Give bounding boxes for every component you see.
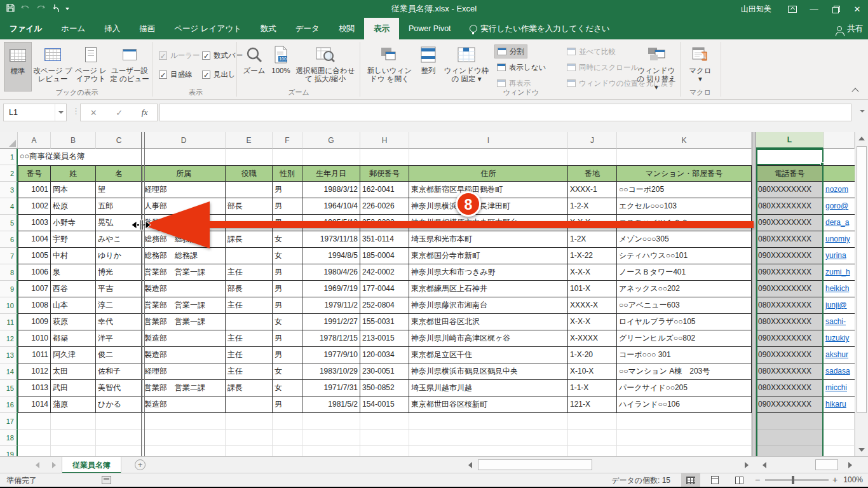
cell[interactable]: 252-0804 — [360, 297, 409, 314]
cell[interactable]: ○○マンション A棟 203号 — [617, 363, 752, 380]
row-header-14[interactable]: 14 — [0, 363, 18, 380]
cell[interactable]: 1006 — [18, 264, 51, 281]
cell[interactable] — [226, 182, 273, 198]
header-cell[interactable]: 役職 — [226, 165, 273, 182]
cell[interactable]: 男 — [273, 396, 302, 413]
cell[interactable] — [273, 413, 302, 430]
ribbon-tab-6[interactable]: データ — [286, 18, 329, 39]
cell[interactable]: 東京都足立区千住 — [409, 347, 568, 363]
split-bar[interactable] — [752, 132, 756, 456]
cell[interactable]: 美智代 — [96, 380, 142, 396]
email-cell[interactable]: sadasa — [824, 363, 855, 380]
phone-cell[interactable] — [756, 413, 824, 430]
scroll-left-icon[interactable] — [465, 460, 475, 470]
checkbox-icon[interactable]: ✓ — [202, 51, 210, 60]
row-header-9[interactable]: 9 — [0, 281, 18, 297]
new-sheet-icon[interactable]: + — [135, 459, 146, 470]
sheet-nav-right-icon[interactable] — [50, 461, 58, 470]
cell[interactable]: 洋平 — [96, 330, 142, 347]
row-header-4[interactable]: 4 — [0, 198, 18, 215]
ribbon-tab-0[interactable]: ファイル — [0, 18, 51, 39]
cell[interactable]: 部長 — [226, 281, 273, 297]
cell[interactable] — [96, 413, 142, 430]
ribbon-tab-4[interactable]: ページ レイアウト — [165, 18, 251, 39]
cell[interactable] — [568, 149, 617, 165]
cell[interactable]: 男 — [273, 264, 302, 281]
cell[interactable]: 1994/8/5 — [302, 248, 360, 264]
cell[interactable]: 男 — [273, 182, 302, 198]
cell[interactable]: 1983/10/29 — [302, 363, 360, 380]
horizontal-scroll-thumb[interactable] — [815, 459, 838, 470]
cell[interactable] — [824, 413, 855, 430]
cell[interactable]: グリーンヒルズ○○802 — [617, 330, 752, 347]
cell[interactable]: 製造部 — [142, 347, 226, 363]
cell[interactable] — [273, 430, 302, 446]
cell[interactable] — [142, 430, 226, 446]
cell[interactable]: 製造部 — [142, 396, 226, 413]
cell[interactable]: X-X-X — [568, 264, 617, 281]
save-icon[interactable] — [6, 4, 15, 14]
cell[interactable]: 主任 — [226, 363, 273, 380]
cell[interactable] — [96, 430, 142, 446]
row-header-10[interactable]: 10 — [0, 297, 18, 314]
normal-view-button[interactable]: 標準 — [4, 42, 32, 92]
cell[interactable] — [360, 430, 409, 446]
cell[interactable]: 製造部 — [142, 281, 226, 297]
phone-cell[interactable]: 080XXXXXXXX — [756, 380, 824, 396]
row-header-16[interactable]: 16 — [0, 396, 18, 413]
arrange-all-button[interactable]: 整列 — [414, 42, 442, 92]
phone-cell[interactable]: 080XXXXXXXX — [756, 297, 824, 314]
cell[interactable]: 1-1-X — [568, 380, 617, 396]
ribbon-tab-5[interactable]: 数式 — [251, 18, 286, 39]
cell[interactable]: ○○アベニュー603 — [617, 297, 752, 314]
cell[interactable] — [273, 149, 302, 165]
cell[interactable]: 主任 — [226, 264, 273, 281]
cell[interactable]: 1988/3/12 — [302, 182, 360, 198]
qat-customize-icon[interactable] — [65, 8, 69, 10]
phone-cell[interactable]: 080XXXXXXXX — [756, 182, 824, 198]
cell[interactable]: 東京都世田谷区桜新町 — [409, 396, 568, 413]
cell[interactable]: 1977/9/10 — [302, 347, 360, 363]
cell[interactable]: 営業部 営業二課 — [142, 380, 226, 396]
cell[interactable] — [302, 149, 360, 165]
cell[interactable] — [51, 430, 96, 446]
tell-me-box[interactable]: 実行したい作業を入力してください — [461, 18, 619, 39]
header-cell-phone[interactable]: 電話番号 — [756, 165, 824, 182]
row-header-5[interactable]: 5 — [0, 215, 18, 231]
header-cell[interactable]: 所属 — [142, 165, 226, 182]
cell[interactable]: 幸代 — [96, 314, 142, 330]
cell[interactable] — [824, 446, 855, 456]
row-header-18[interactable]: 18 — [0, 430, 18, 446]
row-header-12[interactable]: 12 — [0, 330, 18, 347]
cell[interactable]: ノースＢタワー401 — [617, 264, 752, 281]
select-all-corner[interactable] — [0, 132, 18, 149]
cell[interactable]: 山本 — [51, 297, 96, 314]
row-header-15[interactable]: 15 — [0, 380, 18, 396]
cell[interactable]: 185-0004 — [360, 248, 409, 264]
cell[interactable]: 1009 — [18, 314, 51, 330]
cell[interactable] — [302, 430, 360, 446]
column-header-D[interactable]: D — [142, 132, 226, 149]
column-header-B[interactable]: B — [51, 132, 96, 149]
column-header-F[interactable]: F — [273, 132, 302, 149]
page-layout-view-button[interactable]: ページ レイアウト — [74, 42, 108, 92]
ribbon-tab-3[interactable]: 描画 — [130, 18, 165, 39]
cell[interactable] — [18, 413, 51, 430]
fill-handle[interactable] — [820, 162, 824, 165]
phone-cell[interactable]: 090XXXXXXXX — [756, 264, 824, 281]
cell[interactable]: 1980/4/26 — [302, 264, 360, 281]
header-cell[interactable]: マンション・部屋番号 — [617, 165, 752, 182]
cell[interactable]: 神奈川県藤沢市湘南台 — [409, 297, 568, 314]
column-header-I[interactable]: I — [409, 132, 568, 149]
phone-cell[interactable]: 080XXXXXXXX — [756, 198, 824, 215]
header-cell[interactable]: 住所 — [409, 165, 568, 182]
email-cell[interactable]: goro@ — [824, 198, 855, 215]
cell[interactable]: 女 — [273, 314, 302, 330]
cell[interactable]: 1978/12/15 — [302, 330, 360, 347]
email-cell[interactable]: micchi — [824, 380, 855, 396]
cell[interactable]: 宇野 — [51, 231, 96, 248]
window-button-表示しない[interactable]: 表示しない — [494, 60, 548, 74]
zoom-button[interactable]: ズーム — [240, 42, 268, 92]
cell[interactable] — [51, 413, 96, 430]
phone-cell[interactable] — [756, 430, 824, 446]
